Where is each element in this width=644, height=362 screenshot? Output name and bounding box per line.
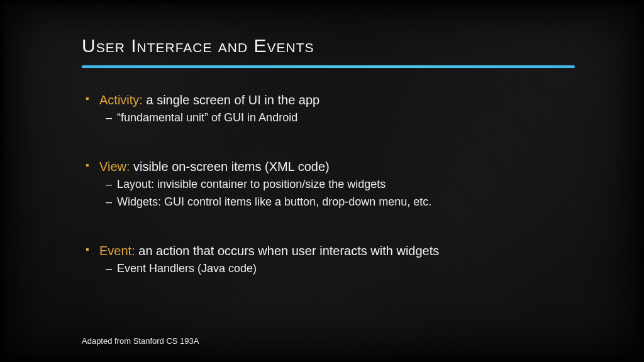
bullet-term: Activity: [99, 93, 143, 107]
bullet-event: Event: an action that occurs when user i… [82, 241, 575, 278]
bullet-desc: visible on-screen items (XML code) [130, 160, 330, 173]
bullet-view: View: visible on-screen items (XML code)… [82, 157, 575, 211]
bullet-term: Event: [99, 244, 135, 258]
slide-footer: Adapted from Stanford CS 193A [82, 336, 199, 346]
title-underline [82, 65, 575, 68]
slide-title: User Interface and Events [82, 35, 575, 57]
slide: User Interface and Events Activity: a si… [0, 0, 644, 362]
bullet-sub: “fundamental unit” of GUI in Android [82, 109, 575, 127]
bullet-sub: Event Handlers (Java code) [82, 260, 575, 278]
bullet-headline: Event: an action that occurs when user i… [82, 241, 575, 260]
bullet-headline: Activity: a single screen of UI in the a… [82, 90, 575, 109]
bullet-desc: an action that occurs when user interact… [135, 244, 440, 258]
bullet-sub: Widgets: GUI control items like a button… [82, 194, 575, 211]
bullet-headline: View: visible on-screen items (XML code) [82, 157, 575, 176]
bullet-sub: Layout: invisible container to position/… [82, 176, 575, 194]
bullet-term: View: [99, 160, 130, 173]
bullet-desc: a single screen of UI in the app [143, 93, 319, 107]
bullet-activity: Activity: a single screen of UI in the a… [82, 90, 575, 127]
